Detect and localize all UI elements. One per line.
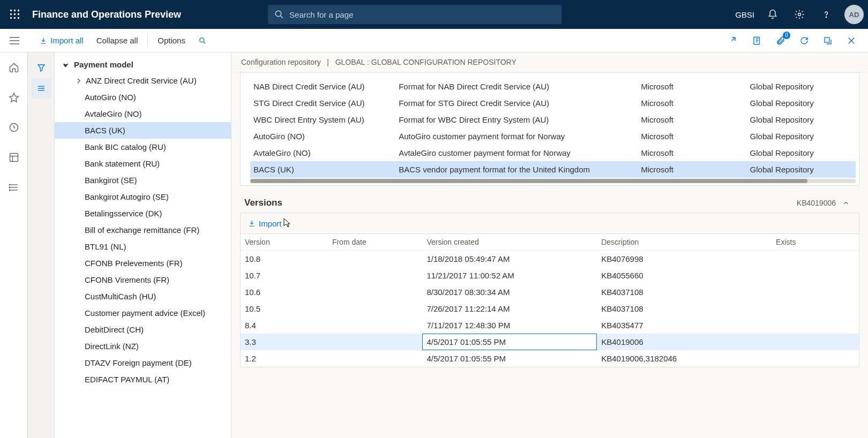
tree-item[interactable]: Customer payment advice (Excel) [55, 305, 231, 321]
tree-item[interactable]: AvtaleGiro (NO) [55, 105, 231, 122]
svg-rect-0 [10, 10, 12, 11]
tree-item[interactable]: DTAZV Foreign payment (DE) [55, 354, 231, 371]
tree-item[interactable]: BACS (UK) [55, 122, 231, 139]
collapse-all-label: Collapse all [96, 36, 138, 45]
tree-item[interactable]: Bill of exchange remittance (FR) [55, 222, 231, 238]
svg-rect-8 [18, 17, 19, 19]
search-bar[interactable] [268, 5, 562, 24]
col-exists[interactable]: Exists [772, 234, 859, 251]
find-button[interactable] [192, 29, 213, 52]
table-row[interactable]: WBC Direct Entry System (AU)Format for W… [250, 111, 856, 128]
list-view-icon[interactable] [31, 78, 51, 99]
command-bar: Import all Collapse all Options 0 [0, 29, 868, 52]
tree-item[interactable]: DebitDirect (CH) [55, 321, 231, 338]
company-label[interactable]: GBSI [735, 10, 754, 19]
tree-pane[interactable]: Payment model ANZ Direct Credit Service … [55, 52, 231, 438]
table-cell: Microsoft [638, 145, 746, 161]
config-table[interactable]: NAB Direct Credit Service (AU)Format for… [250, 78, 856, 178]
table-row[interactable]: AutoGiro (NO)AutoGiro customer payment f… [250, 128, 856, 145]
office-icon[interactable] [749, 33, 765, 49]
waffle-icon[interactable] [4, 4, 26, 25]
col-from[interactable]: From date [328, 234, 422, 251]
recent-icon[interactable] [5, 119, 23, 136]
svg-line-17 [204, 42, 205, 43]
col-version[interactable]: Version [241, 234, 328, 251]
help-icon[interactable] [818, 6, 835, 23]
star-icon[interactable] [5, 89, 23, 106]
table-row[interactable]: 8.47/11/2017 12:48:30 PMKB4035477 [241, 317, 859, 334]
table-row[interactable]: 3.34/5/2017 01:05:55 PMKB4019006 [241, 334, 859, 350]
tree-item[interactable]: CFONB Prelevements (FR) [55, 255, 231, 271]
separator [147, 34, 148, 47]
collapse-all-button[interactable]: Collapse all [90, 29, 145, 52]
table-cell: 8.4 [241, 317, 328, 334]
col-created[interactable]: Version created [422, 234, 597, 251]
table-cell: AvtaleGiro (NO) [250, 145, 395, 161]
table-cell: Microsoft [638, 161, 746, 178]
versions-table[interactable]: Version From date Version created Descri… [241, 234, 859, 367]
svg-rect-18 [754, 37, 760, 44]
home-icon[interactable] [5, 59, 23, 76]
close-icon[interactable] [843, 33, 859, 49]
tree-item[interactable]: BTL91 (NL) [55, 238, 231, 255]
table-cell [328, 350, 422, 367]
chevron-up-icon[interactable] [842, 199, 850, 207]
avatar[interactable]: AD [844, 5, 864, 24]
versions-kb-label: KB4019006 [797, 199, 836, 207]
tree-item[interactable]: ANZ Direct Credit Service (AU) [55, 72, 231, 89]
tree-item[interactable]: Bank BIC catalog (RU) [55, 139, 231, 155]
import-all-button[interactable]: Import all [33, 29, 90, 52]
bell-icon[interactable] [764, 6, 781, 23]
table-cell: KB4037108 [597, 284, 772, 300]
download-icon [40, 37, 47, 44]
gear-icon[interactable] [791, 6, 808, 23]
table-cell: 4/5/2017 01:05:55 PM [422, 334, 597, 350]
svg-point-31 [9, 190, 10, 191]
table-row[interactable]: 10.81/18/2018 05:49:47 AMKB4076998 [241, 251, 859, 268]
breadcrumb: Configuration repository | GLOBAL : GLOB… [231, 52, 868, 72]
cmdbar-right: 0 [725, 33, 864, 49]
filter-icon[interactable] [31, 58, 51, 78]
tree-item[interactable]: Betalingsservice (DK) [55, 205, 231, 222]
svg-point-30 [9, 187, 10, 188]
table-cell: KB4035477 [597, 317, 772, 334]
tree-item[interactable]: DirectLink (NZ) [55, 338, 231, 354]
table-row[interactable]: 1.24/5/2017 01:05:55 PMKB4019006,3182046 [241, 350, 859, 367]
popout-icon[interactable] [820, 33, 836, 49]
tree-item[interactable]: CustMultiCash (HU) [55, 288, 231, 305]
table-cell: 3.3 [241, 334, 328, 350]
topbar-right: GBSI AD [735, 5, 864, 24]
modules-icon[interactable] [5, 179, 23, 196]
refresh-icon[interactable] [796, 33, 812, 49]
import-button[interactable]: Import [241, 213, 859, 234]
link-icon[interactable] [725, 33, 742, 49]
table-cell: Global Repository [747, 78, 856, 95]
table-cell: 10.5 [241, 300, 328, 317]
table-row[interactable]: 10.57/26/2017 11:22:14 AMKB4037108 [241, 300, 859, 317]
table-row[interactable]: NAB Direct Credit Service (AU)Format for… [250, 78, 856, 95]
attachments-icon[interactable]: 0 [773, 33, 789, 49]
workspaces-icon[interactable] [5, 149, 23, 166]
tree-item[interactable]: AutoGiro (NO) [55, 89, 231, 105]
tree-item[interactable]: EDIFACT PAYMUL (AT) [55, 371, 231, 388]
table-cell: BACS (UK) [250, 161, 395, 178]
search-input[interactable] [289, 10, 555, 19]
options-button[interactable]: Options [151, 29, 192, 52]
horizontal-scrollbar[interactable] [250, 179, 856, 183]
table-cell: KB4037108 [597, 300, 772, 317]
table-row[interactable]: AvtaleGiro (NO)AvtaleGiro customer payme… [250, 145, 856, 161]
main-content[interactable]: NAB Direct Credit Service (AU)Format for… [231, 72, 868, 438]
tree-item[interactable]: Bankgirot (SE) [55, 172, 231, 188]
tree-item[interactable]: Bankgirot Autogiro (SE) [55, 188, 231, 205]
col-desc[interactable]: Description [597, 234, 772, 251]
svg-point-11 [798, 13, 801, 16]
table-row[interactable]: 10.68/30/2017 08:30:34 AMKB4037108 [241, 284, 859, 300]
table-cell: KB4019006,3182046 [597, 350, 772, 367]
table-row[interactable]: 10.711/21/2017 11:00:52 AMKB4055660 [241, 267, 859, 284]
tree-item[interactable]: Bank statement (RU) [55, 155, 231, 172]
tree-root[interactable]: Payment model [55, 52, 231, 72]
hamburger-icon[interactable] [10, 37, 19, 44]
tree-item[interactable]: CFONB Virements (FR) [55, 271, 231, 288]
table-row[interactable]: STG Direct Credit Service (AU)Format for… [250, 95, 856, 111]
table-row[interactable]: BACS (UK)BACS vendor payment format for … [250, 161, 856, 178]
